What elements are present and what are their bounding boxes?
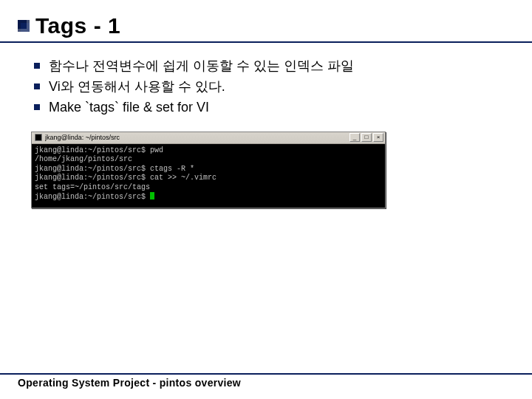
terminal-line: jkang@linda:~/pintos/src$ pwd — [35, 146, 382, 156]
maximize-button[interactable]: □ — [361, 133, 372, 142]
terminal-line: jkang@linda:~/pintos/src$ ctags -R * — [35, 165, 382, 174]
bullet-icon — [34, 63, 40, 69]
window-buttons: _ □ × — [349, 133, 383, 142]
minimize-button[interactable]: _ — [349, 133, 360, 142]
footer-line — [0, 373, 532, 375]
bullet-icon — [34, 104, 40, 110]
close-button[interactable]: × — [373, 133, 383, 142]
terminal-body: jkang@linda:~/pintos/src$ pwd /home/jkan… — [32, 144, 385, 208]
slide-title: Tags - 1 — [35, 13, 120, 38]
terminal-line: jkang@linda:~/pintos/src$ cat >> ~/.vimr… — [35, 174, 382, 183]
list-item: 함수나 전역변수에 쉽게 이동할 수 있는 인덱스 파일 — [34, 56, 514, 77]
terminal-line: set tags=~/pintos/src/tags — [35, 183, 382, 193]
list-item: Vi와 연동해서 사용할 수 있다. — [34, 77, 514, 98]
bullet-list: 함수나 전역변수에 쉽게 이동할 수 있는 인덱스 파일 Vi와 연동해서 사용… — [18, 56, 514, 118]
bullet-text: Vi와 연동해서 사용할 수 있다. — [49, 77, 225, 98]
terminal-window: jkang@linda: ~/pintos/src _ □ × jkang@li… — [31, 132, 386, 208]
terminal-titlebar: jkang@linda: ~/pintos/src _ □ × — [32, 132, 385, 144]
terminal-title: jkang@linda: ~/pintos/src — [45, 134, 349, 141]
footer-text: Operating System Project - pintos overvi… — [18, 377, 514, 389]
title-underline — [0, 41, 532, 43]
bullet-icon — [34, 83, 40, 89]
title-row: Tags - 1 — [18, 13, 514, 38]
slide: Tags - 1 함수나 전역변수에 쉽게 이동할 수 있는 인덱스 파일 Vi… — [0, 0, 532, 399]
footer: Operating System Project - pintos overvi… — [0, 373, 532, 389]
terminal-prompt: jkang@linda:~/pintos/src$ — [35, 193, 150, 201]
bullet-text: Make `tags` file & set for VI — [49, 98, 209, 118]
terminal-line: /home/jkang/pintos/src — [35, 155, 382, 165]
bullet-text: 함수나 전역변수에 쉽게 이동할 수 있는 인덱스 파일 — [49, 56, 354, 77]
terminal-line: jkang@linda:~/pintos/src$ — [35, 192, 382, 202]
terminal-app-icon — [35, 134, 42, 141]
title-bullet-icon — [18, 20, 30, 32]
list-item: Make `tags` file & set for VI — [34, 98, 514, 118]
cursor-icon — [150, 192, 154, 200]
